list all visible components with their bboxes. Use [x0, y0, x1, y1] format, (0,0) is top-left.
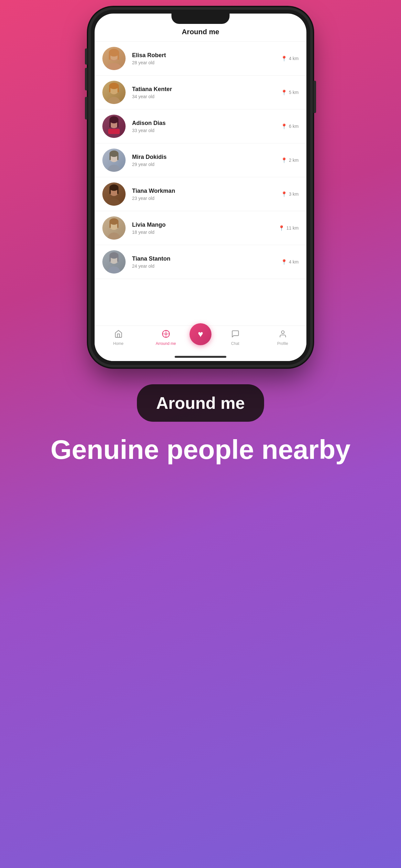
svg-point-17	[107, 165, 120, 172]
svg-point-6	[107, 97, 120, 104]
tagline-text: Genuine people nearby	[51, 434, 351, 465]
svg-point-13	[110, 116, 119, 123]
user-name: Tiana Workman	[132, 188, 281, 194]
user-name: Tatiana Kenter	[132, 86, 281, 93]
svg-rect-10	[118, 86, 119, 92]
distance-value: 3 km	[289, 191, 299, 197]
user-age: 28 year old	[132, 60, 281, 65]
nav-fab-button[interactable]: ♥	[189, 323, 212, 345]
phone-screen: Around me	[95, 13, 306, 361]
svg-rect-36	[117, 255, 119, 262]
distance-value: 4 km	[289, 56, 299, 61]
user-distance: 📍 5 km	[281, 89, 299, 96]
svg-point-34	[110, 252, 119, 259]
location-icon: 📍	[281, 56, 287, 62]
svg-rect-15	[117, 120, 119, 128]
avatar	[102, 81, 126, 104]
around-me-icon	[162, 330, 170, 340]
location-icon: 📍	[281, 123, 287, 129]
avatar	[102, 115, 126, 138]
feature-badge: Around me	[137, 384, 264, 422]
list-item[interactable]: Livia Mango 18 year old 📍 11 km	[95, 211, 306, 245]
user-distance: 📍 4 km	[281, 259, 299, 265]
svg-point-1	[106, 63, 122, 70]
list-item[interactable]: Tiana Stanton 24 year old 📍 4 km	[95, 245, 306, 279]
list-item[interactable]: Tiana Workman 23 year old 📍 3 km	[95, 177, 306, 211]
avatar	[102, 250, 126, 274]
user-info: Mira Dokidis 29 year old	[132, 154, 281, 167]
vol-up-button	[85, 68, 88, 90]
page-title: Around me	[95, 28, 306, 36]
feature-badge-text: Around me	[156, 394, 245, 412]
user-age: 23 year old	[132, 196, 281, 201]
svg-rect-31	[117, 221, 119, 228]
svg-rect-26	[117, 188, 119, 194]
distance-value: 6 km	[289, 124, 299, 129]
heart-icon: ♥	[198, 329, 204, 339]
user-name: Tiana Stanton	[132, 255, 281, 262]
user-age: 18 year old	[132, 229, 278, 235]
avatar	[102, 216, 126, 240]
home-indicator	[175, 356, 226, 358]
user-name: Adison Dias	[132, 120, 281, 127]
nav-home[interactable]: Home	[95, 330, 142, 346]
user-info: Tatiana Kenter 34 year old	[132, 86, 281, 99]
svg-point-43	[281, 331, 284, 334]
svg-rect-5	[118, 53, 119, 60]
list-item[interactable]: Mira Dokidis 29 year old 📍 2 km	[95, 144, 306, 177]
svg-rect-20	[110, 154, 111, 160]
avatar	[102, 149, 126, 172]
avatar-image	[102, 216, 126, 240]
avatar-image	[102, 182, 126, 206]
user-name: Mira Dokidis	[132, 154, 281, 160]
bottom-nav: Home Arround me ♥	[95, 326, 306, 361]
location-icon: 📍	[281, 157, 287, 163]
user-distance: 📍 11 km	[278, 225, 299, 231]
location-icon: 📍	[281, 259, 287, 265]
svg-rect-14	[110, 120, 111, 128]
svg-rect-35	[110, 255, 111, 262]
list-item[interactable]: Tatiana Kenter 34 year old 📍 5 km	[95, 75, 306, 110]
svg-point-8	[109, 83, 119, 89]
svg-point-27	[107, 232, 120, 240]
user-distance: 📍 6 km	[281, 123, 299, 129]
distance-value: 4 km	[289, 259, 299, 265]
avatar-image	[102, 81, 126, 104]
user-distance: 📍 4 km	[281, 56, 299, 62]
user-age: 29 year old	[132, 162, 281, 167]
profile-icon	[279, 330, 287, 340]
avatar	[102, 182, 126, 206]
svg-rect-4	[109, 53, 111, 60]
svg-point-29	[110, 218, 119, 225]
nav-around-me[interactable]: Arround me	[142, 330, 189, 346]
svg-point-32	[107, 267, 120, 274]
svg-rect-21	[117, 154, 119, 160]
user-age: 33 year old	[132, 128, 281, 133]
list-item[interactable]: Adison Dias 33 year old 📍 6 km	[95, 110, 306, 144]
chat-icon	[231, 330, 240, 340]
distance-value: 11 km	[286, 225, 299, 230]
profile-label: Profile	[277, 341, 288, 346]
phone-shell: Around me	[91, 10, 310, 365]
svg-point-24	[110, 184, 119, 191]
svg-point-22	[107, 198, 120, 206]
power-button	[313, 81, 316, 113]
user-name: Elisa Robert	[132, 52, 281, 59]
chat-label: Chat	[231, 341, 239, 346]
user-age: 34 year old	[132, 94, 281, 99]
svg-rect-30	[110, 221, 111, 228]
avatar-image	[102, 149, 126, 172]
location-icon: 📍	[281, 191, 287, 197]
list-item[interactable]: Elisa Robert 28 year old 📍 4 km	[95, 42, 306, 75]
distance-value: 2 km	[289, 158, 299, 163]
notch	[172, 13, 229, 24]
nav-chat[interactable]: Chat	[212, 330, 259, 346]
nav-profile[interactable]: Profile	[259, 330, 306, 346]
svg-point-38	[165, 333, 167, 335]
home-icon	[114, 330, 123, 340]
user-info: Tiana Workman 23 year old	[132, 188, 281, 201]
user-list: Elisa Robert 28 year old 📍 4 km	[95, 42, 306, 326]
svg-rect-25	[110, 188, 111, 194]
avatar-image	[102, 250, 126, 274]
location-icon: 📍	[278, 225, 285, 231]
